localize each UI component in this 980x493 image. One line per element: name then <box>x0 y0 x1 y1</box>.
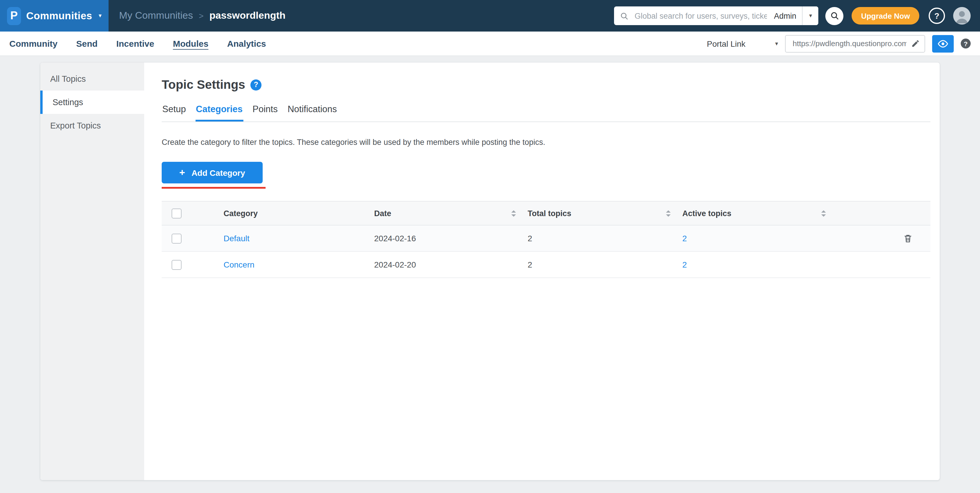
secondary-nav-items: Community Send Incentive Modules Analyti… <box>10 38 266 48</box>
row-checkbox[interactable] <box>172 233 181 243</box>
global-search-input[interactable] <box>633 11 768 21</box>
column-date-label: Date <box>374 209 391 218</box>
select-all-checkbox[interactable] <box>172 208 181 218</box>
nav-send[interactable]: Send <box>76 38 97 48</box>
person-icon <box>953 7 970 24</box>
category-link[interactable]: Default <box>224 234 250 243</box>
cell-active-topics: 2 <box>682 260 838 269</box>
cell-date: 2024-02-20 <box>374 260 528 269</box>
avatar[interactable] <box>953 7 970 24</box>
portal-help-icon[interactable]: ? <box>961 38 970 48</box>
portal-link-dropdown[interactable]: Portal Link ▾ <box>707 39 778 48</box>
brand-communities-menu[interactable]: P Communities ▾ <box>0 0 108 32</box>
row-checkbox-cell <box>162 260 224 270</box>
nav-modules[interactable]: Modules <box>173 38 208 48</box>
sidebar-item-all-topics[interactable]: All Topics <box>40 67 144 91</box>
column-date: Date <box>374 209 528 218</box>
secondary-nav: Community Send Incentive Modules Analyti… <box>0 32 980 56</box>
sidebar-item-settings[interactable]: Settings <box>40 91 144 114</box>
page-title: Topic Settings <box>162 78 245 92</box>
portal-url-input[interactable] <box>791 38 908 48</box>
nav-community[interactable]: Community <box>10 38 57 48</box>
search-icon <box>830 11 839 21</box>
questionpro-logo-icon: P <box>7 7 21 25</box>
nav-analytics[interactable]: Analytics <box>227 38 266 48</box>
row-checkbox[interactable] <box>172 260 181 270</box>
categories-description: Create the category to filter the topics… <box>162 138 931 147</box>
logo-letter: P <box>10 10 18 22</box>
search-scope-label[interactable]: Admin <box>768 11 802 20</box>
cell-active-topics: 2 <box>682 234 838 243</box>
breadcrumb-separator: > <box>199 11 204 21</box>
chevron-down-icon: ▾ <box>809 13 812 19</box>
topic-settings-panel: Topic Settings ? Setup Categories Points… <box>144 62 940 480</box>
question-glyph: ? <box>254 81 258 89</box>
table-row: Concern 2024-02-20 2 2 <box>162 252 931 278</box>
panel-title-row: Topic Settings ? <box>162 78 931 92</box>
column-active-topics: Active topics <box>682 209 838 218</box>
chevron-down-icon: ▾ <box>775 41 778 46</box>
secondary-nav-right: Portal Link ▾ ? <box>707 35 970 52</box>
column-total-label: Total topics <box>528 209 571 218</box>
cell-total-topics: 2 <box>528 234 682 243</box>
breadcrumb-my-communities[interactable]: My Communities <box>119 10 193 22</box>
top-header: P Communities ▾ My Communities > passwor… <box>0 0 980 32</box>
topics-sidebar: All Topics Settings Export Topics <box>40 62 144 480</box>
sidebar-item-export-topics[interactable]: Export Topics <box>40 114 144 137</box>
settings-tabs: Setup Categories Points Notifications <box>162 104 931 122</box>
screen: P Communities ▾ My Communities > passwor… <box>0 0 980 493</box>
tab-setup[interactable]: Setup <box>162 104 186 121</box>
topic-settings-help-icon[interactable]: ? <box>250 79 261 90</box>
cell-category: Default <box>224 234 374 243</box>
tab-categories[interactable]: Categories <box>195 104 243 121</box>
global-search: Admin ▾ <box>614 6 818 25</box>
portal-link-label: Portal Link <box>707 39 745 48</box>
topics-card: All Topics Settings Export Topics Topic … <box>40 62 940 480</box>
column-total-topics: Total topics <box>528 209 682 218</box>
active-topics-link[interactable]: 2 <box>682 234 687 243</box>
tab-points[interactable]: Points <box>252 104 278 121</box>
help-icon[interactable]: ? <box>929 8 945 24</box>
portal-url-field <box>785 35 925 52</box>
categories-table: Category Date Total topics Active topics <box>162 201 931 278</box>
table-row: Default 2024-02-16 2 2 <box>162 225 931 252</box>
search-icon <box>614 11 633 20</box>
breadcrumb-current-community: passwordlength <box>210 10 286 22</box>
chevron-down-icon: ▾ <box>99 13 102 19</box>
preview-portal-button[interactable] <box>932 35 954 52</box>
search-submit-button[interactable] <box>825 7 843 25</box>
question-glyph: ? <box>934 11 939 21</box>
row-checkbox-cell <box>162 233 224 243</box>
trash-icon <box>903 233 913 243</box>
cell-actions <box>838 233 931 243</box>
cell-category: Concern <box>224 260 374 269</box>
breadcrumb: My Communities > passwordlength <box>119 10 285 22</box>
edit-icon[interactable] <box>911 39 920 48</box>
sort-icon[interactable] <box>666 210 671 216</box>
eye-icon <box>937 40 948 48</box>
add-category-button[interactable]: + Add Category <box>162 162 262 183</box>
annotation-red-underline <box>162 187 266 189</box>
upgrade-now-button[interactable]: Upgrade Now <box>851 7 919 24</box>
add-category-label: Add Category <box>191 168 245 177</box>
delete-category-button[interactable] <box>903 233 913 243</box>
question-glyph: ? <box>964 40 967 47</box>
search-scope-dropdown[interactable]: ▾ <box>803 6 818 25</box>
table-header-row: Category Date Total topics Active topics <box>162 201 931 225</box>
plus-icon: + <box>179 168 185 177</box>
header-checkbox-cell <box>162 208 224 218</box>
column-active-label: Active topics <box>682 209 731 218</box>
cell-date: 2024-02-16 <box>374 234 528 243</box>
brand-label: Communities <box>26 10 92 22</box>
sort-icon[interactable] <box>511 210 516 216</box>
active-topics-link[interactable]: 2 <box>682 260 687 269</box>
column-category: Category <box>224 209 374 218</box>
cell-total-topics: 2 <box>528 260 682 269</box>
main-content: All Topics Settings Export Topics Topic … <box>0 56 980 493</box>
tab-notifications[interactable]: Notifications <box>287 104 337 121</box>
sort-icon[interactable] <box>821 210 826 216</box>
nav-incentive[interactable]: Incentive <box>116 38 154 48</box>
category-link[interactable]: Concern <box>224 260 255 269</box>
